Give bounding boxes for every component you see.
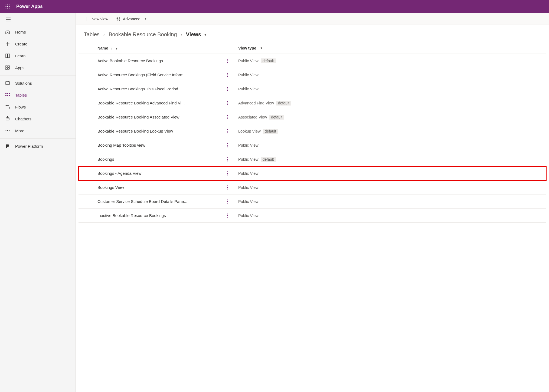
svg-point-31 [7, 117, 8, 117]
view-name-link[interactable]: Booking Map Tooltips view [95, 143, 222, 147]
row-actions-button[interactable] [227, 157, 228, 162]
sidebar-item-label: Learn [15, 54, 25, 58]
view-type-cell: Public View [233, 171, 330, 176]
table-row[interactable]: Active Resource Bookings (Field Service … [79, 68, 546, 82]
view-type-cell: Public Viewdefault [233, 157, 330, 162]
row-actions-button[interactable] [227, 87, 228, 91]
breadcrumb: Tables › Bookable Resource Booking › Vie… [76, 25, 549, 42]
view-name-link[interactable]: Bookings View [95, 185, 222, 190]
advanced-label: Advanced [123, 17, 140, 21]
svg-point-8 [9, 8, 9, 8]
sidebar-item-flows[interactable]: Flows [0, 101, 76, 113]
view-name-link[interactable]: Active Bookable Resource Bookings [95, 58, 222, 63]
svg-rect-24 [5, 95, 6, 96]
home-icon [5, 29, 10, 35]
svg-point-45 [227, 62, 228, 63]
row-actions-button[interactable] [227, 129, 228, 133]
app-title: Power Apps [16, 4, 43, 9]
sidebar-item-power-platform[interactable]: Power Platform [0, 140, 76, 152]
app-launcher-button[interactable] [3, 2, 12, 11]
row-actions-button[interactable] [227, 101, 228, 105]
sidebar-item-chatbots[interactable]: Chatbots [0, 113, 76, 125]
view-name-link[interactable]: Active Resource Bookings (Field Service … [95, 73, 222, 77]
svg-point-51 [227, 90, 228, 91]
advanced-button[interactable]: Advanced ▾ [114, 14, 149, 24]
svg-point-76 [227, 213, 228, 214]
command-bar: New view Advanced ▾ [76, 13, 549, 25]
breadcrumb-item-current[interactable]: Views [186, 31, 201, 38]
breadcrumb-item-entity[interactable]: Bookable Resource Booking [109, 31, 177, 38]
new-view-label: New view [92, 17, 108, 21]
view-name-link[interactable]: Bookable Resource Booking Associated Vie… [95, 115, 222, 119]
breadcrumb-item-tables[interactable]: Tables [84, 31, 100, 38]
view-type-cell: Public View [233, 143, 330, 147]
svg-point-53 [227, 103, 228, 103]
new-view-button[interactable]: New view [82, 14, 110, 24]
sidebar-item-label: Home [15, 30, 26, 34]
table-row[interactable]: Customer Service Schedule Board Details … [79, 195, 546, 209]
row-actions-button[interactable] [227, 73, 228, 77]
view-type-cell: Public View [233, 199, 330, 204]
view-name-link[interactable]: Bookable Resource Booking Advanced Find … [95, 101, 222, 105]
top-bar: Power Apps [0, 0, 549, 13]
chevron-down-icon[interactable]: ▾ [204, 32, 206, 37]
table-row[interactable]: Bookings - Agenda ViewPublic View [79, 166, 546, 180]
row-actions-button[interactable] [227, 185, 228, 190]
view-name-link[interactable]: Inactive Bookable Resource Bookings [95, 213, 222, 218]
table-row[interactable]: BookingsPublic Viewdefault [79, 152, 546, 166]
view-type-cell: Public View [233, 213, 330, 218]
sidebar-item-create[interactable]: Create [0, 38, 76, 50]
breadcrumb-separator: › [181, 32, 182, 37]
sidebar-item-more[interactable]: More [0, 125, 76, 137]
view-name-link[interactable]: Bookable Resource Booking Lookup View [95, 129, 222, 133]
svg-point-62 [227, 145, 228, 146]
sidebar-item-label: Flows [15, 105, 26, 109]
table-row[interactable]: Bookable Resource Booking Lookup ViewLoo… [79, 124, 546, 138]
table-row[interactable]: Bookable Resource Booking Advanced Find … [79, 96, 546, 110]
hamburger-button[interactable] [4, 15, 12, 24]
row-actions-button[interactable] [227, 199, 228, 204]
row-actions-button[interactable] [227, 171, 228, 176]
sidebar-item-tables[interactable]: Tables [0, 89, 76, 101]
column-header-name[interactable]: Name ↑ ▾ [95, 46, 222, 50]
plus-icon [84, 17, 89, 21]
view-name-link[interactable]: Bookings - Agenda View [95, 171, 222, 176]
sidebar-item-solutions[interactable]: Solutions [0, 77, 76, 89]
view-name-link[interactable]: Active Resource Bookings This Fiscal Per… [95, 87, 222, 91]
svg-point-61 [227, 143, 228, 144]
sidebar-item-apps[interactable]: Apps [0, 62, 76, 74]
table-row[interactable]: Inactive Bookable Resource BookingsPubli… [79, 209, 546, 223]
kebab-icon [227, 101, 228, 105]
sidebar-item-home[interactable]: Home [0, 26, 76, 38]
sidebar-item-label: Tables [15, 93, 27, 97]
flows-icon [5, 104, 10, 110]
table-row[interactable]: Bookable Resource Booking Associated Vie… [79, 110, 546, 124]
svg-point-58 [227, 129, 228, 130]
view-name-link[interactable]: Customer Service Schedule Board Details … [95, 199, 222, 204]
row-actions-button[interactable] [227, 143, 228, 147]
row-actions-button[interactable] [227, 213, 228, 218]
row-actions-button[interactable] [227, 59, 228, 63]
svg-point-63 [227, 146, 228, 147]
sidebar-item-learn[interactable]: Learn [0, 50, 76, 62]
table-row[interactable]: Active Resource Bookings This Fiscal Per… [79, 82, 546, 96]
svg-point-2 [9, 4, 9, 5]
table-row[interactable]: Booking Map Tooltips viewPublic View [79, 138, 546, 152]
table-row[interactable]: Active Bookable Resource BookingsPublic … [79, 54, 546, 68]
default-badge: default [269, 115, 284, 120]
sidebar-item-label: Solutions [15, 81, 32, 85]
svg-rect-16 [6, 66, 7, 67]
view-type-cell: Lookup Viewdefault [233, 129, 330, 134]
table-row[interactable]: Bookings ViewPublic View [79, 180, 546, 195]
column-header-type[interactable]: View type ▾ [233, 46, 330, 50]
svg-point-34 [6, 130, 6, 131]
svg-point-43 [227, 59, 228, 60]
view-name-link[interactable]: Bookings [95, 157, 222, 162]
book-icon [5, 53, 10, 58]
default-badge: default [263, 129, 278, 134]
row-actions-button[interactable] [227, 115, 228, 119]
svg-point-52 [227, 101, 228, 102]
svg-point-46 [227, 73, 228, 74]
svg-point-74 [227, 201, 228, 202]
svg-point-72 [227, 189, 228, 189]
